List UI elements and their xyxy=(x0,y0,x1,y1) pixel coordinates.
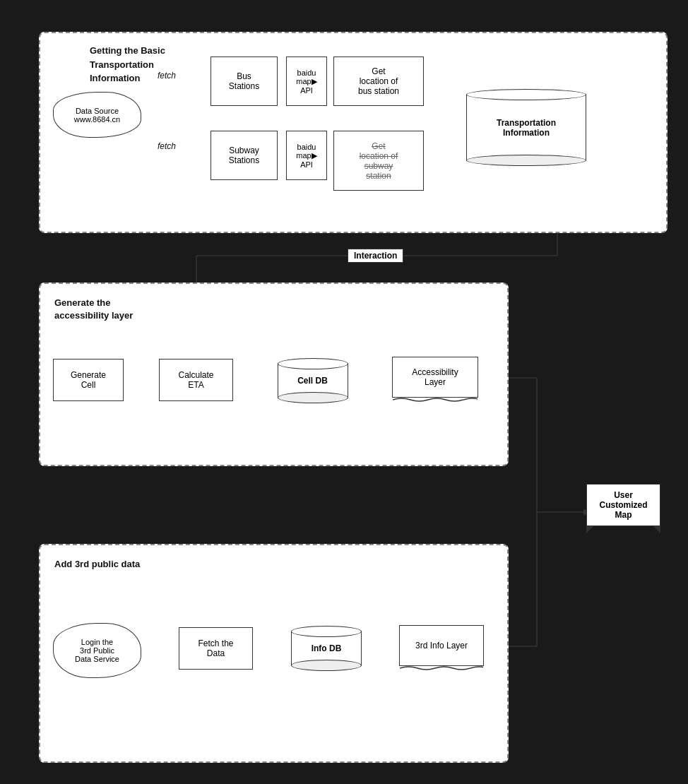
login-cloud: Login the3rd PublicData Service xyxy=(53,623,141,678)
info-db-cylinder: Info DB xyxy=(288,623,364,674)
fetch-data-box: Fetch theData xyxy=(179,627,253,670)
get-subway-location-box: Getlocation ofsubwaystation xyxy=(333,131,424,191)
info-layer-label: 3rd Info Layer xyxy=(415,641,468,651)
info-layer-box: 3rd Info Layer xyxy=(399,625,484,666)
fetch-data-label: Fetch theData xyxy=(198,639,233,658)
accessibility-layer-box: AccessibilityLayer xyxy=(392,357,478,398)
baidu-api-bus-label: baidumap▶API xyxy=(296,69,316,95)
cell-db-label: Cell DB xyxy=(297,376,328,386)
info-db-label: Info DB xyxy=(312,643,342,653)
accessibility-layer-label: AccessibilityLayer xyxy=(412,367,458,387)
subway-stations-box: SubwayStations xyxy=(210,131,278,180)
baidu-api-bus-box: baidumap▶API xyxy=(286,57,327,106)
baidu-api-subway-label: baidumap▶API xyxy=(296,143,316,169)
calculate-eta-box: CalculateETA xyxy=(159,359,233,401)
bus-stations-label: BusStations xyxy=(229,71,259,91)
user-map-label: UserCustomizedMap xyxy=(599,490,647,520)
get-bus-location-label: Getlocation ofbus station xyxy=(358,66,399,96)
data-source-cloud: Data Sourcewww.8684.cn xyxy=(53,92,141,138)
get-subway-location-label: Getlocation ofsubwaystation xyxy=(360,141,398,181)
data-source-label: Data Sourcewww.8684.cn xyxy=(74,107,120,124)
fetch-label-1: fetch xyxy=(158,71,176,81)
interaction-label: Interaction xyxy=(348,249,403,263)
bottom-section-title: Add 3rd public data xyxy=(54,558,140,571)
user-map-banner: UserCustomizedMap xyxy=(586,484,660,533)
get-bus-location-box: Getlocation ofbus station xyxy=(333,57,424,106)
cell-db-cylinder: Cell DB xyxy=(275,355,350,406)
calculate-eta-label: CalculateETA xyxy=(178,370,213,390)
subway-stations-label: SubwayStations xyxy=(229,145,259,165)
transport-info-label: TransportationInformation xyxy=(497,118,556,138)
bus-stations-box: BusStations xyxy=(210,57,278,106)
middle-section-title: Generate theaccessibility layer xyxy=(54,297,133,322)
fetch-label-2: fetch xyxy=(158,141,176,151)
main-diagram: Getting the BasicTransportationInformati… xyxy=(0,0,688,784)
baidu-api-subway-box: baidumap▶API xyxy=(286,131,327,180)
top-section-title: Getting the BasicTransportationInformati… xyxy=(90,44,165,85)
generate-cell-box: GenerateCell xyxy=(53,359,124,401)
transport-info-cylinder: TransportationInformation xyxy=(466,83,586,172)
login-label: Login the3rd PublicData Service xyxy=(75,638,119,663)
generate-cell-label: GenerateCell xyxy=(71,370,106,390)
